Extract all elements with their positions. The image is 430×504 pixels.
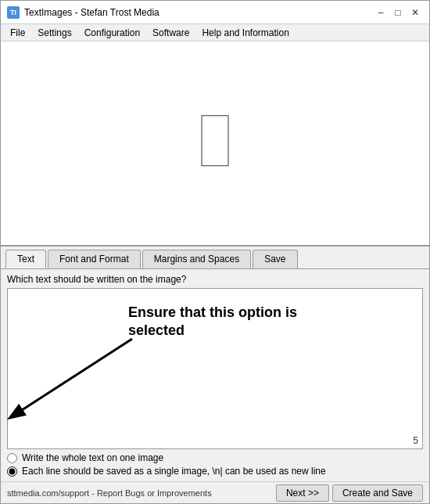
menu-settings[interactable]: Settings (31, 26, 77, 40)
radio-group: Write the whole text on one image Each l… (7, 452, 423, 477)
menu-configuration[interactable]: Configuration (78, 26, 146, 40)
maximize-button[interactable]: □ (390, 5, 406, 20)
tab-margins[interactable]: Margins and Spaces (142, 250, 251, 268)
menu-bar: File Settings Configuration Software Hel… (1, 24, 429, 41)
image-preview-rect (202, 115, 229, 166)
menu-file[interactable]: File (4, 26, 31, 40)
text-area-wrapper: 5 Ensure that this option is selected (7, 288, 423, 450)
bottom-panel: Which text should be written on the imag… (1, 269, 429, 482)
status-bar: sttmedia.com/support - Report Bugs or Im… (1, 481, 429, 503)
main-window: TI TextImages - Stefan Trost Media – □ ✕… (0, 0, 430, 504)
title-controls: – □ ✕ (373, 5, 423, 20)
radio-each-image[interactable] (7, 466, 17, 477)
radio-each-label: Each line should be saved as a single im… (22, 466, 326, 477)
text-input[interactable] (7, 288, 423, 450)
next-button[interactable]: Next >> (276, 484, 329, 502)
window-title: TextImages - Stefan Trost Media (24, 7, 159, 18)
menu-software[interactable]: Software (146, 26, 195, 40)
create-save-button[interactable]: Create and Save (332, 484, 423, 502)
app-icon: TI (7, 6, 20, 19)
textarea-label: Which text should be written on the imag… (7, 274, 423, 285)
tab-text[interactable]: Text (5, 250, 46, 268)
title-bar: TI TextImages - Stefan Trost Media – □ ✕ (1, 1, 429, 24)
menu-help[interactable]: Help and Information (195, 26, 295, 40)
canvas-area (1, 41, 429, 247)
status-buttons: Next >> Create and Save (276, 484, 423, 502)
tab-bar: Text Font and Format Margins and Spaces … (1, 247, 429, 269)
tab-font[interactable]: Font and Format (48, 250, 141, 268)
title-bar-left: TI TextImages - Stefan Trost Media (7, 6, 159, 19)
status-link: sttmedia.com/support - Report Bugs or Im… (7, 488, 212, 498)
radio-whole-image[interactable] (7, 453, 17, 463)
tab-save[interactable]: Save (253, 250, 297, 268)
close-button[interactable]: ✕ (407, 5, 423, 20)
radio-each-row[interactable]: Each line should be saved as a single im… (7, 466, 423, 477)
radio-whole-row[interactable]: Write the whole text on one image (7, 452, 423, 463)
minimize-button[interactable]: – (373, 5, 389, 20)
radio-whole-label: Write the whole text on one image (22, 452, 163, 463)
